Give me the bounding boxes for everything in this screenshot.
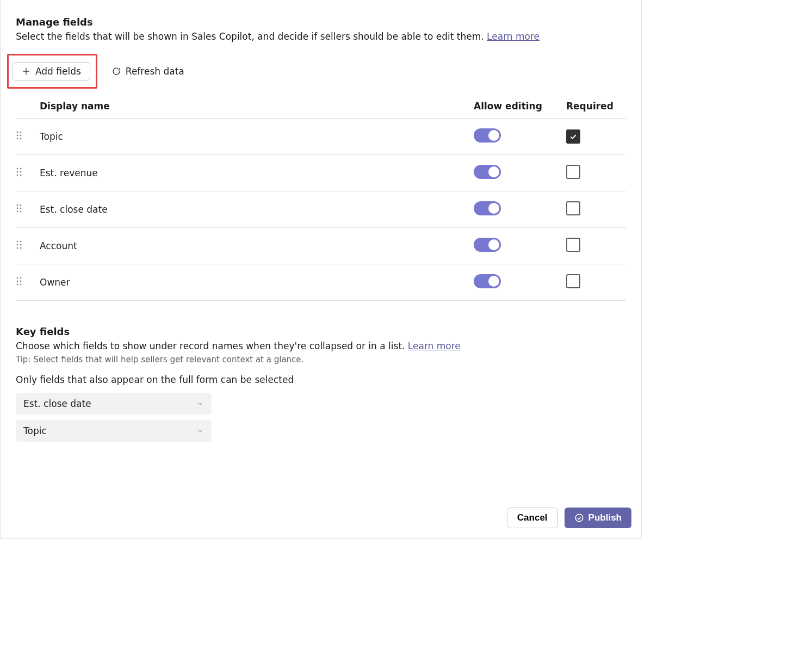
key-field-select-value: Est. close date [23,398,91,409]
svg-point-8 [17,168,18,170]
drag-handle-icon[interactable] [16,239,22,250]
allow-editing-toggle[interactable] [474,238,501,252]
manage-fields-title: Manage fields [16,16,626,28]
svg-point-21 [20,241,22,243]
svg-point-27 [20,277,22,279]
key-fields-tip: Tip: Select fields that will help seller… [16,355,626,364]
required-checkbox[interactable] [566,129,580,144]
required-checkbox[interactable] [566,201,580,215]
key-fields-desc-text: Choose which fields to show under record… [16,341,408,351]
svg-point-20 [17,241,18,243]
svg-point-2 [17,132,18,133]
svg-point-29 [20,281,22,282]
col-required: Required [566,94,626,119]
refresh-data-label: Refresh data [126,66,184,77]
svg-point-11 [20,171,22,173]
svg-point-12 [17,175,18,176]
table-row: Account [16,228,626,264]
svg-point-26 [17,277,18,279]
key-field-select[interactable]: Est. close date [16,393,212,415]
table-row: Owner [16,264,626,301]
refresh-icon [111,66,121,76]
svg-point-5 [20,135,22,137]
table-row: Est. revenue [16,155,626,191]
chevron-down-icon [196,400,204,407]
add-fields-label: Add fields [35,66,81,77]
svg-point-13 [20,175,22,176]
field-name: Account [40,228,474,264]
drag-handle-icon[interactable] [16,203,22,214]
allow-editing-toggle[interactable] [474,274,501,288]
svg-point-24 [17,248,18,249]
col-allow-editing: Allow editing [474,94,566,119]
svg-point-25 [20,248,22,249]
field-name: Est. close date [40,191,474,228]
field-name: Topic [40,119,474,155]
svg-point-22 [17,244,18,246]
cancel-button[interactable]: Cancel [507,508,558,528]
fields-table: Display name Allow editing Required Topi… [16,94,626,301]
check-circle-icon [574,513,584,523]
key-fields-note: Only fields that also appear on the full… [16,374,626,385]
svg-point-16 [17,208,18,209]
svg-point-32 [575,514,583,522]
manage-fields-panel: Manage fields Select the fields that wil… [0,0,642,539]
required-checkbox[interactable] [566,165,580,179]
svg-point-10 [17,171,18,173]
refresh-data-button[interactable]: Refresh data [109,63,187,80]
drag-handle-icon[interactable] [16,166,22,177]
table-row: Topic [16,119,626,155]
col-display-name: Display name [40,94,474,119]
svg-point-28 [17,281,18,282]
svg-point-19 [20,211,22,213]
publish-button[interactable]: Publish [565,508,631,528]
svg-point-9 [20,168,22,170]
key-fields-learn-more-link[interactable]: Learn more [408,341,461,351]
required-checkbox[interactable] [566,238,580,252]
add-fields-button[interactable]: Add fields [12,62,90,81]
svg-point-14 [17,205,18,206]
svg-point-30 [17,284,18,286]
svg-point-17 [20,208,22,209]
field-name: Est. revenue [40,155,474,191]
key-field-select[interactable]: Topic [16,420,212,442]
key-fields-section: Key fields Choose which fields to show u… [16,326,626,442]
chevron-down-icon [196,427,204,435]
required-checkbox[interactable] [566,274,580,288]
table-row: Est. close date [16,191,626,228]
svg-point-23 [20,244,22,246]
svg-point-3 [20,132,22,133]
svg-point-4 [17,135,18,137]
plus-icon [21,66,31,76]
allow-editing-toggle[interactable] [474,165,501,179]
key-field-select-value: Topic [23,425,47,436]
manage-fields-description: Select the fields that will be shown in … [16,31,626,42]
drag-handle-icon[interactable] [16,130,22,141]
field-name: Owner [40,264,474,301]
learn-more-link[interactable]: Learn more [487,31,540,42]
svg-point-31 [20,284,22,286]
drag-handle-icon[interactable] [16,276,22,287]
allow-editing-toggle[interactable] [474,128,501,143]
manage-fields-desc-text: Select the fields that will be shown in … [16,31,487,42]
toolbar: Add fields Refresh data [16,54,626,89]
svg-point-7 [20,138,22,140]
svg-point-15 [20,205,22,206]
add-fields-highlight: Add fields [7,54,97,89]
key-fields-description: Choose which fields to show under record… [16,341,626,351]
publish-label: Publish [588,512,622,523]
key-fields-title: Key fields [16,326,626,337]
svg-point-6 [17,138,18,140]
footer-actions: Cancel Publish [507,508,631,528]
allow-editing-toggle[interactable] [474,201,501,215]
svg-point-18 [17,211,18,213]
